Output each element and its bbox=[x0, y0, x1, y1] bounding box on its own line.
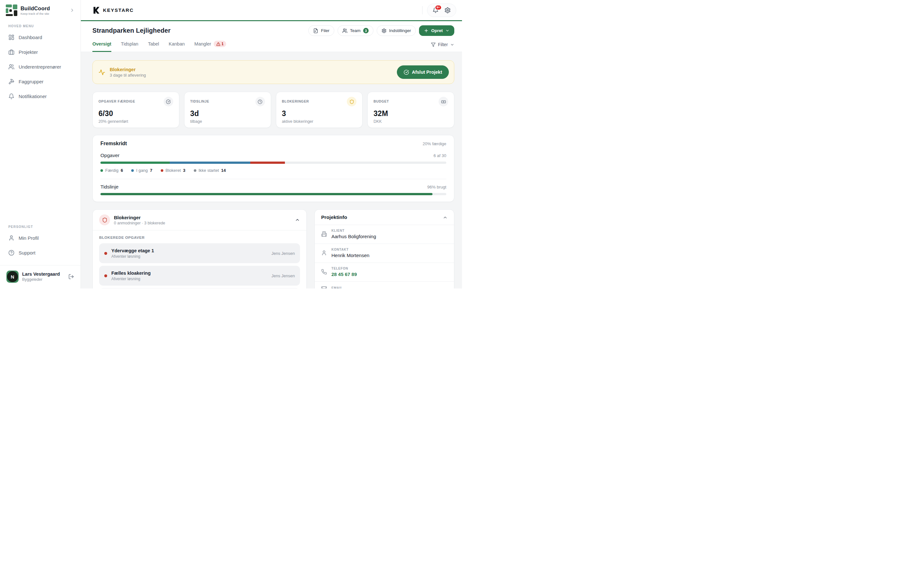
mail-icon bbox=[321, 285, 327, 288]
logout-icon[interactable] bbox=[68, 274, 74, 279]
help-circle-icon bbox=[8, 250, 15, 256]
user-icon bbox=[321, 250, 327, 256]
shield-icon bbox=[99, 214, 110, 226]
sidebar-item-min-profil[interactable]: Min Profil bbox=[6, 230, 75, 245]
legend-dot-notstarted bbox=[194, 169, 196, 172]
keystarc-brand: KEYSTARC bbox=[92, 6, 134, 14]
sidebar-item-label: Support bbox=[19, 250, 36, 255]
bar-segment-done bbox=[100, 161, 170, 164]
plus-icon bbox=[424, 28, 429, 33]
task-row-partial[interactable] bbox=[99, 288, 300, 288]
page-title: Strandparken Lejligheder bbox=[92, 27, 171, 34]
task-row[interactable]: Fælles kloakering Afventer løsning Jens … bbox=[99, 266, 300, 285]
blocked-dot bbox=[104, 274, 107, 277]
sidebar-item-label: Notifikationer bbox=[19, 93, 47, 99]
divider bbox=[422, 6, 423, 15]
brand-name: BuildCoord bbox=[21, 5, 50, 11]
sidebar-item-projekter[interactable]: Projekter bbox=[6, 45, 75, 59]
tab-mangler[interactable]: Mangler 1 bbox=[194, 41, 226, 52]
finish-project-button[interactable]: Afslut Projekt bbox=[397, 65, 449, 79]
notifications-bell-icon[interactable]: 9+ bbox=[433, 7, 439, 13]
banknote-icon bbox=[439, 97, 448, 106]
collapse-chevron-up-icon[interactable] bbox=[295, 218, 300, 222]
sidebar-item-underentreprenorer[interactable]: Underentreprenører bbox=[6, 59, 75, 74]
progress-card: Fremskridt 20% færdige Opgaver 6 af 30 F… bbox=[92, 135, 454, 202]
sidebar-collapse-chevron-right-icon[interactable] bbox=[69, 8, 75, 13]
app: BuildCoord Keep track of the site HOVED … bbox=[0, 0, 462, 288]
timeline-bar-fill bbox=[100, 193, 433, 195]
sidebar-item-notifikationer[interactable]: Notifikationer bbox=[6, 89, 75, 103]
sidebar-item-dashboard[interactable]: Dashboard bbox=[6, 30, 75, 45]
phone-link[interactable]: 28 45 67 89 bbox=[331, 271, 357, 277]
blocked-dot bbox=[104, 252, 107, 255]
sidebar-item-support[interactable]: Support bbox=[6, 245, 75, 260]
blocked-task-list: Ydervægge etage 1 Afventer løsning Jens … bbox=[99, 243, 300, 288]
blocked-tasks-section-label: BLOKEREDE OPGAVER bbox=[99, 235, 300, 239]
defects-count-badge: 1 bbox=[214, 41, 226, 47]
sidebar-item-label: Underentreprenører bbox=[19, 64, 61, 69]
sidebar: BuildCoord Keep track of the site HOVED … bbox=[0, 0, 81, 288]
file-icon bbox=[313, 28, 318, 33]
keystarc-logo bbox=[92, 6, 100, 14]
tasks-bar-label: Opgaver bbox=[100, 153, 120, 158]
tasks-count: 6 af 30 bbox=[433, 153, 446, 158]
banner-title: Blokeringer bbox=[110, 67, 146, 72]
timeline-bar bbox=[100, 193, 446, 195]
sidebar-item-faggrupper[interactable]: Faggrupper bbox=[6, 74, 75, 89]
funnel-icon bbox=[431, 42, 436, 47]
team-button[interactable]: Team 3 bbox=[338, 25, 373, 36]
legend-dot-blocked bbox=[161, 169, 163, 172]
banner-subtitle: 3 dage til aflevering bbox=[110, 73, 146, 77]
files-button[interactable]: Filer bbox=[309, 25, 334, 36]
building-icon bbox=[321, 231, 327, 237]
stat-card-budget: BUDGET 32M DKK bbox=[367, 92, 454, 128]
blockers-alert-banner: Blokeringer 3 dage til aflevering Afslut… bbox=[92, 60, 454, 84]
tab-kanban[interactable]: Kanban bbox=[169, 41, 185, 52]
tab-bar: Oversigt Tidsplan Tabel Kanban Mangler 1 bbox=[92, 41, 226, 52]
bar-segment-blocked bbox=[250, 161, 285, 164]
blockers-subtitle: 0 anmodninger · 3 blokerede bbox=[114, 221, 165, 226]
project-info-card: Projektinfo KLIENT Aarhus Boligforening bbox=[314, 210, 454, 288]
timeline-percent: 96% brugt bbox=[427, 185, 446, 189]
settings-gear-icon[interactable] bbox=[444, 7, 451, 13]
create-button[interactable]: Opret bbox=[419, 25, 454, 36]
collapse-chevron-up-icon[interactable] bbox=[443, 215, 447, 220]
tasks-stacked-bar bbox=[100, 161, 446, 164]
buildcoord-logo bbox=[6, 5, 17, 16]
user-name: Lars Vestergaard bbox=[22, 271, 60, 277]
project-header: Strandparken Lejligheder Filer Team 3 In… bbox=[81, 21, 462, 52]
content: Blokeringer 3 dage til aflevering Afslut… bbox=[81, 52, 462, 288]
legend-dot-done bbox=[100, 169, 103, 172]
sidebar-item-label: Dashboard bbox=[19, 35, 42, 40]
info-row-telefon: TELEFON 28 45 67 89 bbox=[315, 263, 454, 282]
stat-card-tidslinje: TIDSLINJE 3d tilbage bbox=[184, 92, 271, 128]
team-count-badge: 3 bbox=[363, 28, 368, 33]
tab-tidsplan[interactable]: Tidsplan bbox=[121, 41, 138, 52]
chevron-down-icon bbox=[450, 43, 454, 47]
stat-card-blokeringer: BLOKERINGER 3 aktive blokeringer bbox=[276, 92, 363, 128]
activity-pulse-icon bbox=[99, 69, 105, 76]
clock-icon bbox=[255, 97, 265, 106]
gear-icon bbox=[381, 28, 387, 33]
project-info-title: Projektinfo bbox=[321, 214, 347, 220]
check-circle-icon bbox=[164, 97, 173, 106]
avatar-initial: N bbox=[7, 271, 18, 282]
buildcoord-brand: BuildCoord Keep track of the site bbox=[6, 0, 75, 16]
bar-legend: Færdig6 I gang7 Blokeret3 Ikke startet14 bbox=[100, 168, 446, 173]
settings-button[interactable]: Indstillinger bbox=[376, 25, 416, 36]
sidebar-user[interactable]: N Lars Vestergaard Byggeleder bbox=[6, 266, 75, 288]
info-row-klient: KLIENT Aarhus Boligforening bbox=[315, 225, 454, 243]
legend-dot-inprogress bbox=[131, 169, 134, 172]
bar-segment-inprogress bbox=[170, 161, 250, 164]
check-circle-icon bbox=[404, 69, 409, 75]
users-icon bbox=[8, 64, 15, 70]
shield-icon bbox=[347, 97, 357, 106]
sidebar-section-main: HOVED MENU bbox=[8, 24, 75, 28]
filter-control[interactable]: Filter bbox=[431, 42, 454, 50]
stat-cards: OPGAVER FÆRDIGE 6/30 20% gennemført TIDS… bbox=[92, 92, 454, 128]
tab-oversigt[interactable]: Oversigt bbox=[92, 41, 111, 52]
topbar-icon-group: 9+ bbox=[427, 3, 456, 17]
notification-count-badge: 9+ bbox=[435, 5, 442, 10]
tab-tabel[interactable]: Tabel bbox=[148, 41, 159, 52]
task-row[interactable]: Ydervægge etage 1 Afventer løsning Jens … bbox=[99, 243, 300, 263]
